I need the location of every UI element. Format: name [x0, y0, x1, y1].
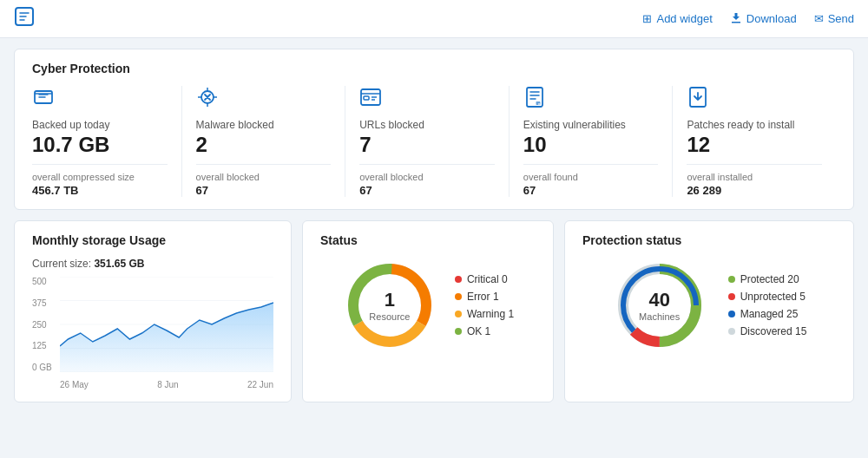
top-bar: ⊞ Add widget Download ✉ Send [0, 0, 868, 38]
error-dot [455, 293, 462, 300]
status-card: Status 1 Resource [302, 220, 554, 402]
patches-icon [687, 86, 822, 114]
protection-legend-unprotected: Unprotected 5 [728, 291, 807, 303]
chart-y-label: 125 [32, 341, 56, 350]
storage-chart: 5003752501250 GB [32, 277, 273, 389]
protection-legend-discovered: Discovered 15 [728, 325, 807, 337]
storage-card: Monthly storage Usage Current size: 351.… [14, 220, 292, 402]
metric-backed-up: Backed up today 10.7 GB overall compress… [32, 86, 182, 197]
add-widget-icon: ⊞ [642, 12, 652, 25]
managed-dot [728, 311, 735, 317]
vulnerabilities-label: Existing vulnerabilities [523, 119, 659, 131]
metric-urls: URLs blocked 7 overall blocked 67 [345, 86, 510, 197]
malware-sub-value: 67 [196, 184, 332, 197]
app-logo [14, 6, 35, 31]
backed-up-sub-value: 456.7 TB [32, 184, 168, 197]
unprotected-dot [728, 293, 735, 300]
send-icon: ✉ [814, 12, 824, 25]
protected-label: Protected 20 [740, 273, 799, 285]
critical-dot [455, 276, 462, 283]
current-size-value: 351.65 GB [94, 258, 144, 270]
storage-title: Monthly storage Usage [32, 233, 273, 247]
chart-y-label: 0 GB [32, 363, 56, 372]
vulnerabilities-value: 10 [523, 133, 659, 157]
metrics-row: Backed up today 10.7 GB overall compress… [32, 86, 836, 197]
vulnerabilities-icon [523, 86, 659, 114]
patches-sub-label: overall installed [687, 172, 822, 182]
malware-label: Malware blocked [196, 119, 332, 131]
send-label: Send [828, 12, 854, 25]
status-legend-error: Error 1 [455, 291, 514, 303]
managed-label: Managed 25 [740, 308, 799, 320]
protection-donut-num: 40 [639, 289, 680, 311]
protection-donut-label: Machines [639, 311, 680, 322]
status-donut-num: 1 [369, 289, 410, 311]
discovered-label: Discovered 15 [740, 325, 807, 337]
critical-label: Critical 0 [467, 273, 508, 285]
metric-malware: Malware blocked 2 overall blocked 67 [182, 86, 346, 197]
cyber-protection-card: Cyber Protection Backed up today 10.7 GB… [14, 49, 854, 210]
cyber-protection-title: Cyber Protection [32, 62, 836, 75]
status-donut-label: Resource [369, 311, 410, 322]
vulnerabilities-sub-value: 67 [523, 184, 659, 197]
add-widget-label: Add widget [656, 12, 712, 25]
protection-donut: 40 Machines [612, 258, 707, 353]
urls-icon [359, 86, 495, 114]
status-legend-warning: Warning 1 [455, 308, 514, 320]
add-widget-button[interactable]: ⊞ Add widget [642, 12, 712, 25]
urls-value: 7 [359, 133, 495, 157]
unprotected-label: Unprotected 5 [740, 291, 806, 303]
protected-dot [728, 276, 735, 283]
protection-legend-managed: Managed 25 [728, 308, 807, 320]
backed-up-label: Backed up today [32, 119, 168, 131]
protection-title: Protection status [582, 233, 836, 247]
protection-legend-protected: Protected 20 [728, 273, 807, 285]
download-label: Download [746, 12, 797, 25]
patches-label: Patches ready to install [687, 119, 822, 131]
chart-y-label: 500 [32, 277, 56, 286]
chart-x-label: 8 Jun [157, 380, 178, 389]
vulnerabilities-sub-label: overall found [523, 172, 659, 182]
error-label: Error 1 [467, 291, 499, 303]
status-legend: Critical 0 Error 1 Warning 1 OK 1 [455, 273, 514, 337]
current-size-label: Current size: 351.65 GB [32, 258, 273, 270]
chart-x-labels: 26 May8 Jun22 Jun [60, 380, 273, 389]
status-legend-critical: Critical 0 [455, 273, 514, 285]
malware-sub-label: overall blocked [196, 172, 332, 182]
ok-label: OK 1 [467, 325, 490, 337]
malware-icon [196, 86, 332, 114]
chart-y-label: 250 [32, 320, 56, 330]
chart-x-label: 22 Jun [247, 380, 273, 389]
warning-dot [455, 311, 462, 317]
protection-legend: Protected 20 Unprotected 5 Managed 25 Di… [728, 273, 807, 337]
malware-value: 2 [196, 133, 332, 157]
svg-rect-8 [364, 96, 369, 100]
backed-up-sub-label: overall compressed size [32, 172, 168, 182]
warning-label: Warning 1 [467, 308, 514, 320]
discovered-dot [728, 328, 735, 335]
protection-card: Protection status 40 Ma [564, 220, 854, 402]
status-donut: 1 Resource [342, 258, 437, 353]
backed-up-icon [32, 86, 168, 114]
send-button[interactable]: ✉ Send [814, 12, 854, 25]
chart-x-label: 26 May [60, 380, 89, 389]
download-button[interactable]: Download [730, 11, 797, 26]
download-icon [730, 11, 742, 26]
ok-dot [455, 328, 462, 335]
patches-sub-value: 26 289 [687, 184, 822, 197]
backed-up-value: 10.7 GB [32, 133, 168, 157]
status-legend-ok: OK 1 [455, 325, 514, 337]
metric-patches: Patches ready to install 12 overall inst… [673, 86, 836, 197]
urls-label: URLs blocked [359, 119, 495, 131]
chart-y-label: 375 [32, 298, 56, 308]
urls-sub-value: 67 [359, 184, 495, 197]
patches-value: 12 [687, 133, 822, 157]
metric-vulnerabilities: Existing vulnerabilities 10 overall foun… [510, 86, 674, 197]
status-title: Status [320, 233, 536, 247]
chart-y-labels: 5003752501250 GB [32, 277, 56, 372]
urls-sub-label: overall blocked [359, 172, 495, 182]
